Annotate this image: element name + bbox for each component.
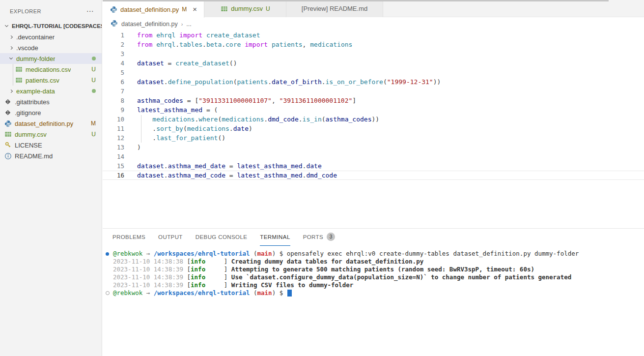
code-line-3: 3: [103, 49, 644, 59]
code-line-14: 14: [103, 152, 644, 161]
tab--preview--readme.md[interactable]: [Preview] README.md: [286, 0, 383, 17]
line-content: dataset.asthma_med_code = latest_asthma_…: [124, 171, 337, 180]
line-content: [124, 49, 137, 59]
file-tree-item-.gitignore[interactable]: .gitignore: [0, 107, 102, 118]
file-name: patients.csv: [26, 77, 59, 84]
line-number: 12: [103, 133, 124, 143]
code-line-5: 5: [103, 68, 644, 77]
tab-dummy.csv[interactable]: dummy.csvU: [204, 0, 286, 17]
file-tree-item-example-data[interactable]: example-data: [0, 86, 102, 96]
file-tree-item-dummy.csv[interactable]: dummy.csvU: [0, 129, 102, 140]
code-line-2: 2from ehrql.tables.beta.core import pati…: [103, 40, 644, 49]
file-name: .gitattributes: [15, 98, 50, 106]
chevron-right-icon: [9, 46, 13, 49]
code-line-4: 4dataset = create_dataset(): [103, 59, 644, 68]
file-name: dummy-folder: [16, 55, 55, 62]
breadcrumb-more[interactable]: ...: [186, 21, 191, 28]
panel-tab-output[interactable]: OUTPUT: [158, 229, 183, 246]
info-file-icon: [4, 152, 12, 160]
python-file-icon: [4, 119, 12, 127]
code-line-7: 7: [103, 87, 644, 96]
file-tree-item-readme.md[interactable]: README.md: [0, 150, 102, 161]
explorer-header: EXPLORER ⋯: [0, 0, 102, 21]
close-tab-icon[interactable]: ×: [193, 6, 197, 12]
csv-icon: [220, 5, 228, 13]
sidebar-explorer: EXPLORER ⋯ EHRQL-TUTORIAL [CODESPACES:..…: [0, 0, 102, 356]
panel-tab-label: PORTS: [303, 234, 323, 240]
terminal-line: @rebkwok → /workspaces/ehrql-tutorial (m…: [106, 250, 644, 258]
git-badge-column: U: [91, 66, 102, 73]
editor-area: dataset_definition.pyM×dummy.csvU[Previe…: [103, 0, 644, 356]
line-content: dataset.asthma_med_date = latest_asthma_…: [124, 161, 322, 171]
code-line-10: 10 medications.where(medications.dmd_cod…: [103, 115, 644, 124]
line-number: 13: [103, 143, 124, 152]
code-line-6: 6dataset.define_population(patients.date…: [103, 77, 644, 87]
panel-tab-terminal[interactable]: TERMINAL: [260, 229, 290, 246]
git-badge-column: M: [91, 120, 102, 127]
line-content: [124, 87, 137, 96]
terminal-line: 2023-11-10 14:38:38 [info ] Creating dum…: [106, 258, 644, 266]
line-content: dataset = create_dataset(): [124, 59, 237, 68]
line-number: 16: [103, 171, 124, 180]
line-number: 8: [103, 96, 124, 105]
csv-file-icon: [4, 130, 12, 138]
code-editor[interactable]: 1from ehrql import create_dataset2from e…: [103, 30, 644, 228]
file-name: README.md: [15, 152, 53, 160]
ports-count-badge: 3: [327, 233, 335, 241]
code-line-1: 1from ehrql import create_dataset: [103, 30, 644, 40]
line-content: ): [124, 143, 141, 152]
bottom-panel: PROBLEMSOUTPUTDEBUG CONSOLETERMINALPORTS…: [103, 228, 644, 356]
terminal[interactable]: @rebkwok → /workspaces/ehrql-tutorial (m…: [103, 246, 644, 297]
git-changes-dot-badge: [92, 57, 96, 60]
code-line-8: 8asthma_codes = ["39113311000001107", "3…: [103, 96, 644, 105]
terminal-line: @rebkwok → /workspaces/ehrql-tutorial (m…: [106, 289, 644, 297]
line-number: 9: [103, 105, 124, 115]
panel-tab-label: OUTPUT: [158, 234, 183, 240]
panel-tab-problems[interactable]: PROBLEMS: [112, 229, 145, 246]
line-number: 3: [103, 49, 124, 59]
file-name: .gitignore: [15, 109, 41, 117]
git-badge-column: U: [91, 131, 102, 138]
more-actions-icon[interactable]: ⋯: [86, 9, 94, 14]
file-name: example-data: [16, 88, 55, 95]
code-lines: 1from ehrql import create_dataset2from e…: [103, 30, 644, 180]
code-line-12: 12 .last_for_patient(): [103, 133, 644, 143]
git-badge-column: U: [91, 77, 102, 84]
file-name: LICENSE: [15, 142, 42, 149]
git-file-icon: [4, 109, 12, 117]
file-tree-item-.vscode[interactable]: .vscode: [0, 42, 102, 53]
file-tree-item-medications.csv[interactable]: medications.csvU: [0, 64, 102, 75]
file-tree: .devcontainer.vscodedummy-foldermedicati…: [0, 31, 102, 161]
panel-tab-debug-console[interactable]: DEBUG CONSOLE: [196, 229, 248, 246]
workspace-root-folder[interactable]: EHRQL-TUTORIAL [CODESPACES:...: [0, 21, 102, 31]
tab-label: [Preview] README.md: [302, 5, 367, 12]
file-tree-item-.devcontainer[interactable]: .devcontainer: [0, 31, 102, 42]
panel-tab-ports[interactable]: PORTS3: [303, 229, 335, 246]
file-name: .devcontainer: [16, 33, 55, 41]
tab-dataset-definition.py[interactable]: dataset_definition.pyM×: [103, 0, 204, 18]
terminal-line: 2023-11-10 14:38:39 [info ] Writing CSV …: [106, 281, 644, 289]
file-tree-item-.gitattributes[interactable]: .gitattributes: [0, 96, 102, 107]
tab-bar-scrollbar[interactable]: [103, 0, 609, 1]
line-number: 15: [103, 161, 124, 171]
file-name: medications.csv: [26, 66, 71, 73]
csv-file-icon: [15, 76, 23, 84]
file-name: dataset_definition.py: [15, 120, 73, 127]
breadcrumb-file[interactable]: dataset_definition.py: [121, 21, 178, 28]
file-tree-item-dataset-definition.py[interactable]: dataset_definition.pyM: [0, 118, 102, 129]
breadcrumb[interactable]: dataset_definition.py › ...: [103, 18, 644, 30]
file-tree-item-license[interactable]: LICENSE: [0, 140, 102, 150]
terminal-line: 2023-11-10 14:38:39 [info ] Attempting t…: [106, 266, 644, 273]
editor-tab-bar: dataset_definition.pyM×dummy.csvU[Previe…: [103, 0, 644, 17]
line-number: 1: [103, 30, 124, 40]
file-tree-item-dummy-folder[interactable]: dummy-folder: [0, 53, 102, 64]
line-content: from ehrql import create_dataset: [124, 30, 260, 40]
code-line-11: 11 .sort_by(medications.date): [103, 124, 644, 133]
chevron-down-icon: [5, 24, 8, 27]
panel-tab-label: PROBLEMS: [112, 234, 145, 240]
code-line-16: 16dataset.asthma_med_code = latest_asthm…: [103, 171, 644, 180]
file-tree-item-patients.csv[interactable]: patients.csvU: [0, 75, 102, 86]
tab-git-status-badge: M: [182, 6, 187, 13]
vscode-window: EXPLORER ⋯ EHRQL-TUTORIAL [CODESPACES:..…: [0, 0, 644, 356]
csv-file-icon: [15, 65, 23, 73]
